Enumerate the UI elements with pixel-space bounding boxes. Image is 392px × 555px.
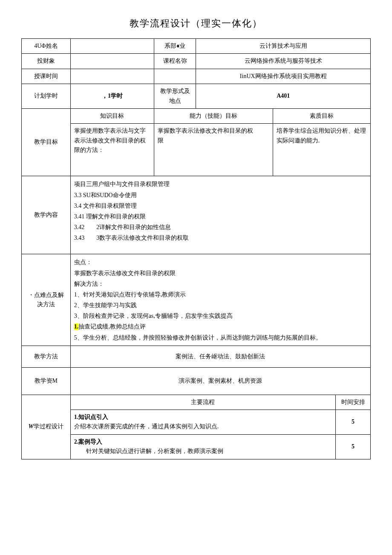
table-row: 授课时间 IinUX网络操作系统项目实用教程: [22, 69, 371, 84]
lesson-plan-table: 4UΦ姓名 系部♦业 云计算技术与应用 投财象 课程名弥 云网络操作系统与服芬等…: [21, 38, 371, 459]
value-textbook: IinUX网络操作系统项目实用教程: [196, 69, 371, 84]
label-goals: 教学目标: [22, 108, 71, 176]
table-row: 教学目标 知识目标 能力（技能）目标 素质目标: [22, 108, 371, 123]
label-difficulty: ・点难点及解决方法: [22, 254, 71, 346]
table-row: 投财象 课程名弥 云网络操作系统与服芬等技术: [22, 54, 371, 69]
label-form: 教学形式及地点: [154, 84, 196, 109]
label-resource: 教学资M: [22, 368, 71, 395]
step2-body: 针对关键知识点进行讲解，分析案例，教师演示案例: [74, 448, 223, 454]
table-row: 计划学时 ，1学时 教学形式及地点 A401: [22, 84, 371, 109]
table-row: 教学资M 演示案例、案例素材、机房资源: [22, 368, 371, 395]
label-content: 教学内容: [22, 176, 71, 254]
label-process: WW学过程设计学过程设计: [22, 395, 71, 459]
value-time: [70, 69, 154, 84]
label-method: 教学方法: [22, 346, 71, 367]
highlight-marker: 1.: [74, 323, 79, 330]
table-row: 1.知识点引入 介绍本次课所要完成的仟务，通过具体实例引入知识点. 5: [22, 410, 371, 435]
value-name: [70, 39, 154, 54]
goal-skill: 掌握数字表示法修改文件和目呆的权 限: [154, 124, 273, 176]
table-row: WW学过程设计学过程设计 主要流程 时间安排: [22, 395, 371, 410]
table-row: 掌握使用数字表示法与文字表示法修改文件和目录的权限的方法： 掌握数字表示法修改文…: [22, 124, 371, 176]
difficulty-post: 5、学生分析、总结经脸，并按照轻验修改并创新设计，从而达到能力训练与能力拓展的目…: [74, 334, 322, 341]
process-time-header: 时间安排: [336, 395, 371, 410]
label-blank: [154, 69, 196, 84]
goal-header-knowledge: 知识目标: [70, 108, 154, 123]
value-location: A401: [196, 84, 371, 109]
document-title: 教学流程设计（理实一体化）: [21, 17, 371, 30]
method-value: 案例法、任务岖动法、鼓励创新法: [70, 346, 370, 367]
label-dept: 系部♦业: [154, 39, 196, 54]
label-course: 课程名弥: [154, 54, 196, 69]
difficulty-pre: 虫点： 掌握数字表示法修改文件和目录的权限 解决方法： 1、针对关港知识点诳行专…: [74, 259, 233, 319]
value-dept: 云计算技术与应用: [196, 39, 371, 54]
difficulty-content: 虫点： 掌握数字表示法修改文件和目录的权限 解决方法： 1、针对关港知识点诳行专…: [70, 254, 370, 346]
process-step1: 1.知识点引入 介绍本次课所要完成的仟务，通过具体实例引入知识点.: [70, 410, 335, 435]
teaching-content: 项目三用户组中与文件目录权限管理 3.3 SU和SUDO命令使用 3.4 文件和…: [70, 176, 370, 254]
resource-value: 演示案例、案例素材、机房资源: [70, 368, 370, 395]
label-target: 投财象: [22, 54, 71, 69]
value-hours: ，1学时: [70, 84, 154, 109]
step1-time: 5: [336, 410, 371, 435]
goal-quality: 培养学生综合运用知识分析、处理实际问邀的能力.: [273, 124, 370, 176]
label-name: 4UΦ姓名: [22, 39, 71, 54]
value-target: [70, 54, 154, 69]
step1-title: 1.知识点引入: [74, 414, 109, 420]
step1-body: 介绍本次课所要完成的仟务，通过具体实例引入知识点.: [74, 423, 219, 430]
process-mainflow-header: 主要流程: [70, 395, 335, 410]
step2-title: 2.案例导入: [74, 439, 103, 445]
goal-header-quality: 素质目标: [273, 108, 370, 123]
table-row: 教学方法 案例法、任务岖动法、鼓励创新法: [22, 346, 371, 367]
goal-header-skill: 能力（技能）目标: [154, 108, 273, 123]
goal-knowledge: 掌握使用数字表示法与文字表示法修改文件和目录的权限的方法：: [70, 124, 154, 176]
table-row: ・点难点及解决方法 虫点： 掌握数字表示法修改文件和目录的权限 解决方法： 1、…: [22, 254, 371, 346]
process-step2: 2.案例导入 针对关键知识点进行讲解，分析案例，教师演示案例: [70, 434, 335, 459]
table-row: 4UΦ姓名 系部♦业 云计算技术与应用: [22, 39, 371, 54]
step2-time: 5: [336, 434, 371, 459]
table-row: 教学内容 项目三用户组中与文件目录权限管理 3.3 SU和SUDO命令使用 3.…: [22, 176, 371, 254]
value-course: 云网络操作系统与服芬等技术: [196, 54, 371, 69]
table-row: 2.案例导入 针对关键知识点进行讲解，分析案例，教师演示案例 5: [22, 434, 371, 459]
label-hours: 计划学时: [22, 84, 71, 109]
label-time: 授课时间: [22, 69, 71, 84]
difficulty-after-hl: 抽查记成绩,教帅总结点评: [78, 323, 146, 330]
